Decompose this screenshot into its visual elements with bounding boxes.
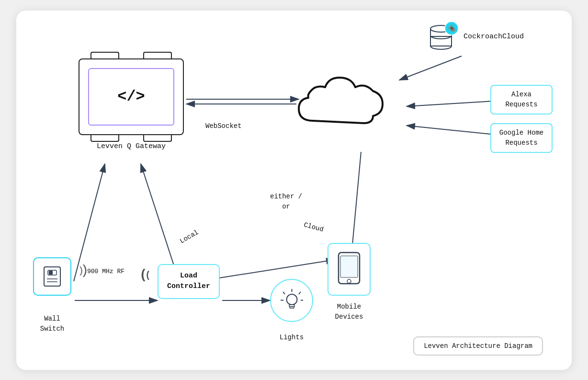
cockroach-db-icon: 🪳 [428, 21, 459, 52]
google-home-box: Google Home Requests [490, 123, 553, 153]
svg-text:🪳: 🪳 [447, 24, 456, 33]
svg-point-30 [286, 294, 297, 305]
gateway-label: Levven Q Gateway [79, 142, 184, 150]
gateway-tab-top-left [90, 52, 119, 58]
lights-icon [279, 287, 305, 313]
diagram-title: Levven Architecture Diagram [413, 336, 543, 356]
svg-line-4 [399, 56, 462, 80]
mobile-icon [335, 250, 363, 288]
gateway-tab-bottom-right [143, 135, 172, 142]
gateway-inner-border: </> [88, 68, 174, 126]
svg-rect-22 [49, 271, 53, 275]
cloud-shape: Levven Cloud [294, 68, 399, 135]
lights-label: Lights [265, 334, 318, 341]
svg-line-26 [283, 292, 285, 294]
cockroach-label: CockroachCloud [464, 33, 524, 41]
svg-line-12 [351, 152, 361, 255]
cloud-svg [294, 68, 399, 135]
websocket-label: WebSocket [205, 122, 242, 130]
either-or-label: either / or [270, 192, 302, 212]
gateway-code-symbol: </> [117, 88, 145, 105]
mobile-devices-label: Mobile Devices [320, 302, 378, 322]
svg-rect-20 [44, 267, 60, 286]
svg-rect-34 [340, 256, 358, 277]
wall-switch-box: ) ) [33, 257, 71, 296]
load-ctrl-waves-left2: ) [139, 267, 147, 282]
cloud-path-label: Cloud [303, 220, 325, 233]
svg-line-29 [299, 292, 301, 294]
rf-label: 900 MHz RF [87, 268, 124, 275]
load-controller-box: ) ) Load Controller [158, 264, 220, 299]
diagram-container: </> Levven Q Gateway Levven Cloud 🪳 [16, 11, 572, 370]
mobile-devices-box [328, 243, 371, 296]
alexa-label: Alexa Requests [505, 91, 537, 108]
gateway-tab-top-right [143, 52, 172, 58]
lights-box [270, 279, 313, 322]
cockroach-cloud-box: 🪳 CockroachCloud [428, 21, 524, 52]
svg-line-8 [141, 164, 179, 281]
wall-switch-icon [40, 265, 64, 288]
gateway-tab-bottom-left [90, 135, 119, 142]
cockroach-db-svg: 🪳 [428, 21, 459, 52]
svg-rect-32 [290, 307, 294, 308]
svg-point-35 [347, 279, 351, 283]
alexa-box: Alexa Requests [490, 85, 553, 115]
google-home-label: Google Home Requests [499, 129, 543, 147]
load-controller-label: Load Controller [167, 272, 210, 291]
gateway-component: </> [79, 58, 184, 135]
svg-line-7 [74, 164, 105, 281]
wall-switch-label: Wall Switch [26, 314, 79, 334]
local-label: Local [179, 228, 200, 245]
